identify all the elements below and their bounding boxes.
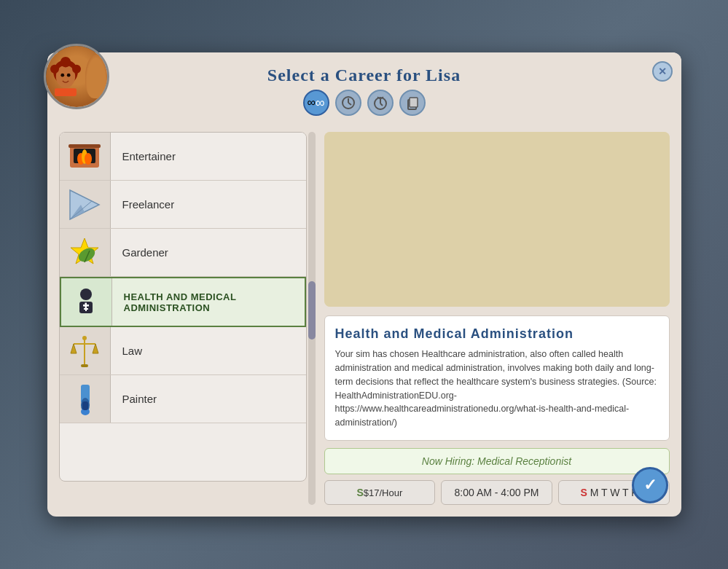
confirm-button[interactable]: ✓ [632,467,668,503]
hiring-label: Now Hiring: Medical Receptionist [422,455,571,467]
career-select-dialog: ✕ Select a Career for Lisa ∞ [47,52,681,517]
svg-rect-7 [55,88,77,96]
toolbar-infinity-btn[interactable]: ∞ [303,90,329,116]
toolbar: ∞ [62,85,667,125]
salary-value: $17/Hour [364,487,402,498]
career-item-entertainer[interactable]: Entertainer [60,133,306,181]
svg-point-37 [82,336,87,340]
career-name-painter: Painter [111,384,169,414]
avatar [44,44,109,109]
career-name-health-medical: HEALTH AND MEDICAL ADMINISTRATION [112,283,305,322]
medical-illustration: MEDICAL CENTER [324,132,670,307]
career-name-freelancer: Freelancer [111,189,187,219]
svg-rect-33 [85,307,87,311]
career-info-panel: Health and Medical Administration Your s… [324,315,670,441]
scroll-thumb[interactable] [308,281,316,340]
dialog-header: Select a Career for Lisa ∞ [47,52,681,132]
svg-point-6 [67,74,71,77]
toolbar-clock1-btn[interactable] [335,90,361,116]
avatar-face [46,46,107,107]
career-icon-freelancer [60,181,111,228]
dialog-title: Select a Career for Lisa [62,66,667,85]
career-image: MEDICAL CENTER [324,132,670,307]
toolbar-copy-btn[interactable] [399,90,426,116]
toolbar-clock2-btn[interactable] [367,90,394,116]
career-icon-entertainer [60,133,111,180]
career-icon-painter [60,375,111,423]
career-item-health-medical[interactable]: HEALTH AND MEDICAL ADMINISTRATION [60,277,306,327]
svg-point-5 [60,74,64,77]
career-item-law[interactable]: Law [60,327,306,375]
career-name-law: Law [111,336,154,366]
career-item-painter[interactable]: Painter [60,375,306,423]
stats-row: S$17/Hour 8:00 AM - 4:00 PM S M T W T F … [324,480,670,505]
career-icon-health-medical [61,278,112,326]
svg-point-4 [60,57,71,67]
close-button[interactable]: ✕ [652,61,673,82]
hiring-section: Now Hiring: Medical Receptionist [324,448,670,474]
svg-point-2 [50,65,59,74]
salary-stat: S$17/Hour [324,480,436,505]
career-item-gardener[interactable]: Gardener [60,229,306,277]
career-name-gardener: Gardener [111,238,180,267]
career-description: Your sim has chosen Healthcare administr… [335,348,659,430]
svg-point-20 [85,153,92,165]
career-name-entertainer: Entertainer [111,141,187,171]
career-item-freelancer[interactable]: Freelancer [60,181,306,229]
career-detail: MEDICAL CENTER [324,132,670,505]
svg-rect-15 [410,98,418,107]
schedule-value: 8:00 AM - 4:00 PM [455,487,539,498]
schedule-stat: 8:00 AM - 4:00 PM [441,480,552,505]
svg-line-10 [348,103,351,105]
svg-point-3 [72,65,81,74]
svg-rect-36 [81,364,88,367]
svg-rect-41 [82,401,88,410]
svg-point-28 [80,289,92,300]
dialog-body: Entertainer Freelancer [47,132,681,517]
scroll-track [308,132,316,505]
career-icon-gardener [60,229,111,276]
career-icon-law [60,327,111,374]
career-info-title: Health and Medical Administration [335,326,659,342]
svg-line-13 [380,103,383,106]
career-list: Entertainer Freelancer [59,132,307,482]
svg-rect-21 [69,144,101,148]
